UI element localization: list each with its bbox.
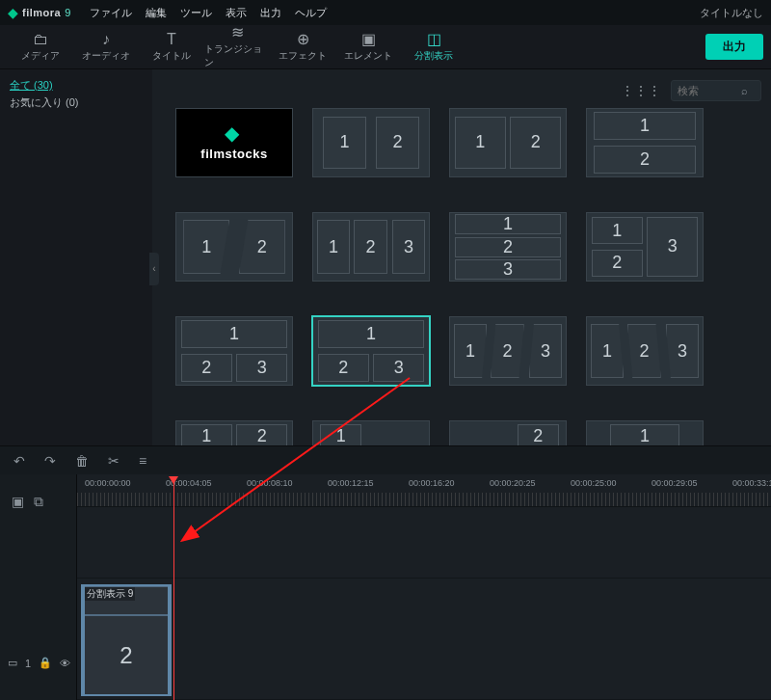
text-icon: T — [167, 32, 176, 47]
layout-preset[interactable]: 1 2 3 — [449, 316, 567, 386]
timeline-clip[interactable]: 分割表示 9 2 — [81, 584, 172, 696]
ruler-tick: 00:00:00:00 — [85, 478, 131, 488]
layout-preset[interactable]: 1 2 — [175, 420, 293, 445]
ruler-tick: 00:00:08:10 — [247, 478, 293, 488]
clip-title: 分割表示 9 — [85, 587, 135, 601]
track-number: 1 — [25, 658, 31, 669]
layout-preset[interactable]: 2 — [449, 420, 567, 445]
adjust-icon[interactable]: ≡ — [139, 453, 146, 469]
ruler-tick: 00:00:20:25 — [490, 478, 536, 488]
timeline-ruler[interactable]: 00:00:00:0000:00:04:0500:00:08:1000:00:1… — [77, 474, 771, 507]
playhead[interactable] — [173, 476, 174, 700]
document-title: タイトルなし — [700, 6, 763, 20]
track-type-icon: ▭ — [8, 657, 17, 669]
ruler-tick: 00:00:16:20 — [409, 478, 455, 488]
effects-icon: ⊕ — [297, 32, 309, 47]
split-icon: ◫ — [427, 32, 441, 47]
layout-preset[interactable]: 1 — [312, 420, 430, 445]
lock-icon[interactable]: 🔒 — [39, 657, 52, 669]
filmstocks-brand: filmstocks — [200, 147, 267, 161]
elements-icon: ▣ — [361, 32, 376, 47]
cube-icon — [223, 125, 246, 145]
layout-preset[interactable]: 1 2 3 — [449, 212, 567, 282]
menu-help[interactable]: ヘルプ — [295, 6, 327, 20]
transition-icon: ≋ — [231, 25, 244, 40]
timeline-tracks-area[interactable]: 00:00:00:0000:00:04:0500:00:08:1000:00:1… — [77, 474, 771, 700]
tab-label: エレメント — [344, 49, 392, 63]
promo-filmstocks[interactable]: filmstocks — [175, 108, 293, 177]
tab-titles[interactable]: T タイトル — [139, 26, 204, 68]
track-controls: ▭ 1 🔒 👁 — [8, 657, 70, 669]
clip-thumbnail: 2 — [83, 615, 170, 694]
menu-tools[interactable]: ツール — [180, 6, 212, 20]
timeline-track-header: ▣ ⧉ ▭ 1 🔒 👁 — [0, 474, 77, 700]
sidebar-item-all[interactable]: 全て (30) — [10, 77, 143, 94]
layout-preset[interactable]: 1 2 — [175, 212, 293, 282]
timeline: ▣ ⧉ ▭ 1 🔒 👁 00:00:00:0000:00:04:0500:00:… — [0, 474, 771, 700]
layout-preset[interactable]: 1 2 3 — [175, 316, 293, 386]
timeline-toolbar: ↶ ↷ 🗑 ✂ ≡ — [0, 445, 771, 474]
search-box[interactable]: ⌕ — [671, 80, 761, 101]
search-input[interactable] — [678, 85, 735, 96]
track-row[interactable] — [77, 507, 771, 579]
tab-elements[interactable]: ▣ エレメント — [335, 26, 401, 68]
tab-label: トランジション — [204, 42, 270, 69]
tab-label: 分割表示 — [414, 49, 453, 63]
ruler-tick: 00:00:29:05 — [651, 478, 698, 488]
menu-view[interactable]: 表示 — [226, 6, 247, 20]
tab-effects[interactable]: ⊕ エフェクト — [270, 26, 335, 68]
titlebar: ◆ filmora 9 ファイル 編集 ツール 表示 出力 ヘルプ タイトルなし — [0, 0, 771, 25]
clip-handle-left[interactable] — [81, 586, 85, 694]
layout-preset[interactable]: 1 2 — [312, 108, 430, 177]
ruler-tick: 00:00:33:10 — [732, 478, 771, 488]
layout-preset[interactable]: 1 2 — [449, 108, 567, 177]
snap-icon[interactable]: ▣ — [12, 494, 24, 510]
ruler-ticks — [77, 493, 771, 506]
layout-preset[interactable]: 1 2 3 — [586, 212, 704, 282]
menu-export[interactable]: 出力 — [260, 6, 281, 20]
layout-preset-selected[interactable]: 1 2 3 — [312, 316, 430, 386]
visibility-icon[interactable]: 👁 — [60, 658, 70, 669]
ruler-tick: 00:00:25:00 — [571, 478, 617, 488]
undo-icon[interactable]: ↶ — [13, 453, 25, 469]
menu-file[interactable]: ファイル — [90, 6, 132, 20]
tab-splitscreen[interactable]: ◫ 分割表示 — [401, 26, 466, 68]
track-row[interactable]: 分割表示 9 2 — [77, 579, 771, 700]
redo-icon[interactable]: ↷ — [44, 453, 56, 469]
tab-audio[interactable]: ♪ オーディオ — [73, 26, 139, 68]
app-name: filmora — [22, 7, 61, 18]
cut-icon[interactable]: ✂ — [108, 453, 120, 469]
menubar: ファイル 編集 ツール 表示 出力 ヘルプ — [90, 6, 327, 20]
tab-label: メディア — [21, 49, 60, 63]
category-sidebar: 全て (30) お気に入り (0) ‹ — [0, 69, 152, 445]
music-icon: ♪ — [102, 32, 110, 47]
tab-label: オーディオ — [82, 49, 130, 63]
clip-handle-right[interactable] — [168, 586, 172, 694]
logo-icon: ◆ — [8, 5, 18, 20]
layout-preset[interactable]: 1 2 3 — [586, 316, 704, 386]
ruler-tick: 00:00:12:15 — [328, 478, 374, 488]
search-icon: ⌕ — [741, 85, 748, 96]
layout-preset[interactable]: 1 2 3 — [312, 212, 430, 282]
folder-icon: 🗀 — [33, 32, 48, 47]
delete-icon[interactable]: 🗑 — [75, 453, 89, 469]
menu-edit[interactable]: 編集 — [146, 6, 167, 20]
tab-transitions[interactable]: ≋ トランジション — [204, 26, 270, 68]
export-button[interactable]: 出力 — [705, 34, 763, 60]
link-icon[interactable]: ⧉ — [34, 494, 43, 510]
category-tabs: 🗀 メディア ♪ オーディオ T タイトル ≋ トランジション ⊕ エフェクト … — [0, 25, 771, 69]
grid-view-icon[interactable]: ⋮⋮⋮ — [621, 83, 661, 98]
tab-media[interactable]: 🗀 メディア — [8, 26, 73, 68]
tab-label: エフェクト — [279, 49, 327, 63]
tab-label: タイトル — [152, 49, 191, 63]
layout-preset[interactable]: 1 2 — [586, 108, 704, 177]
sidebar-item-favorites[interactable]: お気に入り (0) — [10, 94, 143, 112]
app-logo: ◆ filmora 9 — [8, 5, 70, 20]
app-version: 9 — [65, 7, 70, 18]
preset-grid-area: ⋮⋮⋮ ⌕ filmstocks 1 2 1 2 1 2 — [152, 69, 771, 445]
main-area: 全て (30) お気に入り (0) ‹ ⋮⋮⋮ ⌕ filmstocks 1 2… — [0, 69, 771, 445]
layout-preset[interactable]: 1 — [586, 420, 704, 445]
